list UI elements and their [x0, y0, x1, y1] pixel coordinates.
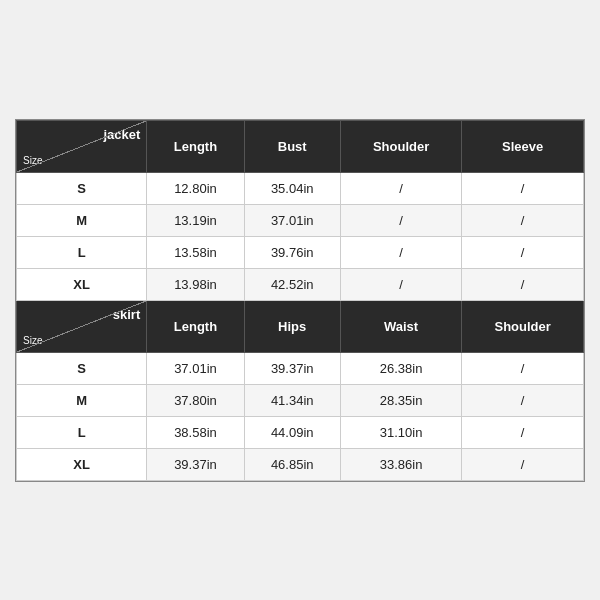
jacket-s-col3: /: [340, 172, 462, 204]
skirt-size-s: S: [17, 352, 147, 384]
skirt-size-m: M: [17, 384, 147, 416]
skirt-xl-col2: 46.85in: [244, 448, 340, 480]
jacket-s-col4: /: [462, 172, 584, 204]
skirt-size-xl: XL: [17, 448, 147, 480]
skirt-col2-header: Hips: [244, 300, 340, 352]
jacket-l-col3: /: [340, 236, 462, 268]
skirt-row-l: L 38.58in 44.09in 31.10in /: [17, 416, 584, 448]
jacket-header-row: jacket Size Length Bust Shoulder Sleeve: [17, 120, 584, 172]
skirt-s-col4: /: [462, 352, 584, 384]
skirt-l-col2: 44.09in: [244, 416, 340, 448]
skirt-col4-header: Shoulder: [462, 300, 584, 352]
jacket-col4-header: Sleeve: [462, 120, 584, 172]
jacket-l-col2: 39.76in: [244, 236, 340, 268]
skirt-xl-col4: /: [462, 448, 584, 480]
jacket-size-l: L: [17, 236, 147, 268]
jacket-row-l: L 13.58in 39.76in / /: [17, 236, 584, 268]
skirt-row-m: M 37.80in 41.34in 28.35in /: [17, 384, 584, 416]
jacket-s-col1: 12.80in: [147, 172, 244, 204]
skirt-size-label: Size: [23, 335, 42, 346]
skirt-col1-header: Length: [147, 300, 244, 352]
size-chart: jacket Size Length Bust Shoulder Sleeve …: [15, 119, 585, 482]
skirt-size-l: L: [17, 416, 147, 448]
jacket-row-xl: XL 13.98in 42.52in / /: [17, 268, 584, 300]
skirt-header-label-cell: skirt Size: [17, 300, 147, 352]
skirt-s-col3: 26.38in: [340, 352, 462, 384]
skirt-l-col4: /: [462, 416, 584, 448]
skirt-s-col2: 39.37in: [244, 352, 340, 384]
skirt-header-row: skirt Size Length Hips Waist Shoulder: [17, 300, 584, 352]
jacket-l-col4: /: [462, 236, 584, 268]
jacket-m-col3: /: [340, 204, 462, 236]
jacket-label: jacket: [103, 127, 140, 142]
jacket-m-col2: 37.01in: [244, 204, 340, 236]
jacket-col2-header: Bust: [244, 120, 340, 172]
jacket-col1-header: Length: [147, 120, 244, 172]
skirt-s-col1: 37.01in: [147, 352, 244, 384]
jacket-xl-col2: 42.52in: [244, 268, 340, 300]
jacket-xl-col1: 13.98in: [147, 268, 244, 300]
jacket-m-col4: /: [462, 204, 584, 236]
jacket-l-col1: 13.58in: [147, 236, 244, 268]
jacket-col3-header: Shoulder: [340, 120, 462, 172]
jacket-row-s: S 12.80in 35.04in / /: [17, 172, 584, 204]
skirt-m-col1: 37.80in: [147, 384, 244, 416]
skirt-m-col4: /: [462, 384, 584, 416]
skirt-m-col3: 28.35in: [340, 384, 462, 416]
jacket-size-label: Size: [23, 155, 42, 166]
jacket-xl-col3: /: [340, 268, 462, 300]
skirt-l-col3: 31.10in: [340, 416, 462, 448]
jacket-m-col1: 13.19in: [147, 204, 244, 236]
skirt-m-col2: 41.34in: [244, 384, 340, 416]
jacket-size-m: M: [17, 204, 147, 236]
skirt-row-s: S 37.01in 39.37in 26.38in /: [17, 352, 584, 384]
skirt-l-col1: 38.58in: [147, 416, 244, 448]
jacket-xl-col4: /: [462, 268, 584, 300]
jacket-s-col2: 35.04in: [244, 172, 340, 204]
skirt-col3-header: Waist: [340, 300, 462, 352]
jacket-size-xl: XL: [17, 268, 147, 300]
skirt-xl-col3: 33.86in: [340, 448, 462, 480]
skirt-xl-col1: 39.37in: [147, 448, 244, 480]
jacket-header-label-cell: jacket Size: [17, 120, 147, 172]
skirt-row-xl: XL 39.37in 46.85in 33.86in /: [17, 448, 584, 480]
jacket-size-s: S: [17, 172, 147, 204]
skirt-label: skirt: [113, 307, 140, 322]
jacket-row-m: M 13.19in 37.01in / /: [17, 204, 584, 236]
